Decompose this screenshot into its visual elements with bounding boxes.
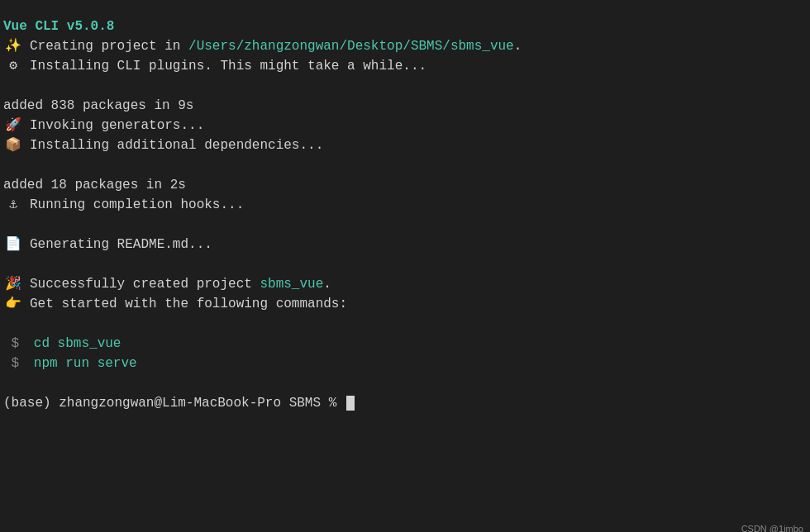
prompt-text: (base) zhangzongwan@Lim-MacBook-Pro SBMS…: [3, 393, 345, 413]
npm-space: [26, 354, 34, 373]
packages-838-line: added 838 packages in 9s: [0, 96, 810, 116]
blank-5: [0, 314, 810, 334]
created-project-name: sbms_vue: [260, 274, 323, 294]
terminal-window: Vue CLI v5.0.8 ✨ Creating project in /Us…: [0, 8, 810, 532]
installing-cli-line: ⚙️ Installing CLI plugins. This might ta…: [0, 56, 810, 76]
rocket-icon: 🚀: [3, 116, 23, 135]
dollar-sign-2: $: [3, 354, 19, 373]
anchor-icon: ⚓: [3, 195, 23, 215]
packages-18-text: added 18 packages in 2s: [3, 175, 186, 195]
invoking-generators-line: 🚀 Invoking generators...: [0, 116, 810, 135]
gear-icon: ⚙️: [3, 56, 23, 76]
pointing-icon: 👉: [3, 294, 23, 314]
creating-text-after: .: [514, 36, 522, 56]
blank-6: [0, 373, 810, 393]
package-icon: 📦: [3, 135, 23, 155]
blank-4: [0, 254, 810, 274]
version-text: Vue CLI v5.0.8: [3, 17, 114, 36]
project-path: /Users/zhangzongwan/Desktop/SBMS/sbms_vu…: [188, 36, 514, 56]
blank-3: [0, 215, 810, 235]
success-text-after: .: [323, 274, 331, 294]
creating-project-line: ✨ Creating project in /Users/zhangzongwa…: [0, 36, 810, 56]
success-text-before: Successfully created project: [30, 274, 260, 294]
dollar-sign-1: $: [3, 334, 19, 354]
npm-command-line: $ npm run serve: [0, 354, 810, 373]
installing-deps-line: 📦 Installing additional dependencies...: [0, 135, 810, 155]
packages-838-text: added 838 packages in 9s: [3, 96, 193, 116]
installing-deps-text: Installing additional dependencies...: [30, 135, 323, 155]
blank-2: [0, 155, 810, 175]
watermark: CSDN @1imbo: [741, 524, 803, 532]
installing-cli-text: Installing CLI plugins. This might take …: [30, 56, 426, 76]
document-icon: 📄: [3, 235, 23, 254]
sparkles-icon: ✨: [3, 36, 23, 56]
get-started-line: 👉 Get started with the following command…: [0, 294, 810, 314]
party-icon: 🎉: [3, 274, 23, 294]
success-line: 🎉 Successfully created project sbms_vue …: [0, 274, 810, 294]
generating-text: Generating README.md...: [30, 235, 212, 254]
prompt-line[interactable]: (base) zhangzongwan@Lim-MacBook-Pro SBMS…: [0, 393, 810, 413]
version-line: Vue CLI v5.0.8: [0, 17, 810, 36]
generating-readme-line: 📄 Generating README.md...: [0, 235, 810, 254]
get-started-text: Get started with the following commands:: [30, 294, 347, 314]
completion-text: Running completion hooks...: [30, 195, 244, 215]
blank-1: [0, 76, 810, 96]
cursor: [346, 396, 355, 411]
creating-text-before: Creating project in: [30, 36, 188, 56]
cd-command-line: $ cd sbms_vue: [0, 334, 810, 354]
packages-18-line: added 18 packages in 2s: [0, 175, 810, 195]
npm-command-text: npm run serve: [34, 354, 137, 373]
cd-command-text: cd sbms_vue: [34, 334, 122, 354]
cd-space: [26, 334, 34, 354]
invoking-text: Invoking generators...: [30, 116, 204, 135]
completion-hooks-line: ⚓ Running completion hooks...: [0, 195, 810, 215]
